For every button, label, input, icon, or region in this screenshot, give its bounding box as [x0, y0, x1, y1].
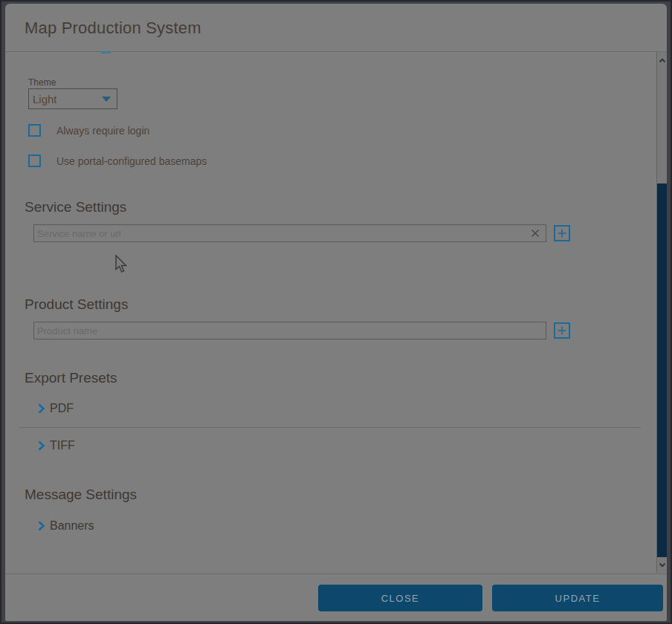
scroll-down-icon[interactable] — [657, 558, 667, 571]
plus-icon — [558, 326, 566, 335]
chevron-right-icon — [37, 403, 45, 415]
portal-basemaps-checkbox[interactable] — [28, 155, 41, 167]
close-button[interactable]: CLOSE — [318, 585, 482, 611]
checkbox-label[interactable]: Always require login — [56, 125, 149, 137]
chevron-right-icon — [37, 520, 45, 532]
checkbox-label[interactable]: Use portal-configured basemaps — [56, 155, 207, 167]
plus-icon — [558, 229, 566, 238]
chevron-right-icon — [37, 440, 45, 452]
map-production-system-dialog: Map Production System Theme Light Always… — [5, 4, 667, 621]
scrollbar-thumb[interactable] — [657, 183, 667, 557]
clear-x-icon[interactable] — [531, 229, 540, 238]
scrollbar[interactable] — [656, 52, 667, 573]
service-name-input[interactable] — [37, 228, 531, 239]
divider — [19, 427, 641, 428]
add-service-button[interactable] — [554, 225, 570, 241]
message-settings-heading: Message Settings — [25, 487, 137, 503]
scrolled-element-edge — [101, 51, 111, 53]
product-settings-heading: Product Settings — [25, 296, 128, 313]
dialog-title: Map Production System — [25, 19, 201, 38]
expander-banners[interactable]: Banners — [37, 519, 94, 533]
scroll-up-icon[interactable] — [657, 53, 667, 67]
theme-label: Theme — [28, 77, 56, 88]
theme-select[interactable]: Light — [28, 88, 117, 109]
product-input-wrapper — [33, 322, 546, 339]
screen-backdrop: Map Production System Theme Light Always… — [0, 0, 672, 624]
add-product-button[interactable] — [554, 322, 570, 339]
always-require-login-row[interactable]: Always require login — [28, 124, 149, 137]
expander-label: Banners — [50, 519, 94, 533]
export-presets-heading: Export Presets — [25, 370, 117, 386]
product-name-input[interactable] — [37, 325, 540, 337]
service-settings-heading: Service Settings — [25, 199, 126, 215]
expander-label: TIFF — [50, 439, 75, 452]
caret-down-icon — [102, 97, 111, 102]
expander-pdf[interactable]: PDF — [37, 402, 74, 415]
mouse-cursor-icon — [114, 254, 129, 275]
dialog-footer: CLOSE UPDATE — [5, 573, 667, 621]
always-require-login-checkbox[interactable] — [28, 124, 41, 137]
expander-label: PDF — [50, 402, 74, 415]
update-button[interactable]: UPDATE — [492, 585, 663, 611]
expander-tiff[interactable]: TIFF — [37, 439, 75, 452]
dialog-header: Map Production System — [5, 4, 667, 52]
portal-basemaps-row[interactable]: Use portal-configured basemaps — [28, 155, 207, 167]
theme-select-value: Light — [33, 93, 102, 105]
service-input-wrapper — [33, 224, 546, 242]
